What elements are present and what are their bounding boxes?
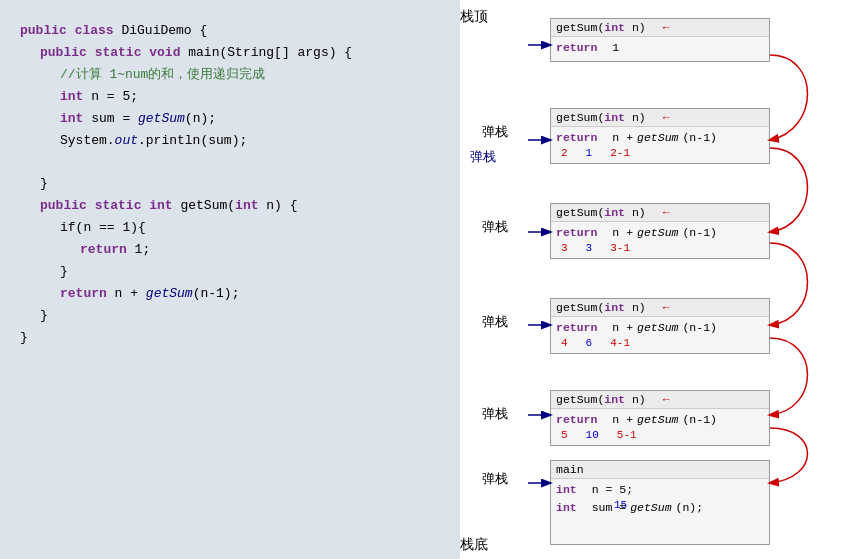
code-block: public class DiGuiDemo { public static v…: [20, 20, 440, 349]
frame-3-body: return n + getSum(n-1) 3 3 3-1: [551, 222, 769, 258]
code-line-2: public static void main(String[] args) {: [40, 42, 440, 64]
code-line-12: }: [60, 261, 440, 283]
code-line-15: }: [20, 327, 440, 349]
code-line-8: }: [40, 173, 440, 195]
bounce-label-5: 弹栈: [482, 470, 508, 488]
frame-4-title: getSum(int n) ←: [551, 299, 769, 317]
frame-2-body: return n + getSum(n-1) 2 1 2-1: [551, 127, 769, 163]
frame-1-title: getSum(int n) ←: [551, 19, 769, 37]
frame-3: getSum(int n) ← return n + getSum(n-1) 3…: [550, 203, 770, 259]
code-line-1: public class DiGuiDemo {: [20, 20, 440, 42]
code-line-4: int n = 5;: [60, 86, 440, 108]
code-line-10: if(n == 1){: [60, 217, 440, 239]
bounce-label-4: 弹栈: [482, 405, 508, 423]
code-line-13: return n + getSum(n-1);: [60, 283, 440, 305]
frame-6: main int n = 5; int sum = getSum(n); 15: [550, 460, 770, 545]
frame-4: getSum(int n) ← return n + getSum(n-1) 4…: [550, 298, 770, 354]
code-line-3: //计算 1~num的和，使用递归完成: [60, 64, 440, 86]
frame-2-title: getSum(int n) ←: [551, 109, 769, 127]
code-line-9: public static int getSum(int n) {: [40, 195, 440, 217]
frame-6-body: int n = 5; int sum = getSum(n); 15: [551, 479, 769, 522]
stack-top-label: 栈顶: [460, 8, 488, 26]
frame-3-title: getSum(int n) ←: [551, 204, 769, 222]
stack-bottom-label: 栈底: [460, 536, 488, 554]
code-line-14: }: [40, 305, 440, 327]
code-line-11: return 1;: [80, 239, 440, 261]
frame-2: getSum(int n) ← return n + getSum(n-1) 2…: [550, 108, 770, 164]
push-label-1: 弹栈: [470, 148, 496, 166]
bounce-label-1: 弹栈: [482, 123, 508, 141]
code-line-5: int sum = getSum(n);: [60, 108, 440, 130]
frame-5: getSum(int n) ← return n + getSum(n-1) 5…: [550, 390, 770, 446]
bounce-label-3: 弹栈: [482, 313, 508, 331]
frame-4-body: return n + getSum(n-1) 4 6 4-1: [551, 317, 769, 353]
frame-1-body: return 1: [551, 37, 769, 61]
stack-panel: 栈顶 栈底 getSum(int n) ← return 1 getSum(in…: [460, 0, 868, 559]
frame-6-title: main: [551, 461, 769, 479]
frame-5-body: return n + getSum(n-1) 5 10 5-1: [551, 409, 769, 445]
code-panel: public class DiGuiDemo { public static v…: [0, 0, 460, 559]
bounce-label-2: 弹栈: [482, 218, 508, 236]
code-line-6: System.out.println(sum);: [60, 130, 440, 152]
frame-1: getSum(int n) ← return 1: [550, 18, 770, 62]
frame-5-title: getSum(int n) ←: [551, 391, 769, 409]
